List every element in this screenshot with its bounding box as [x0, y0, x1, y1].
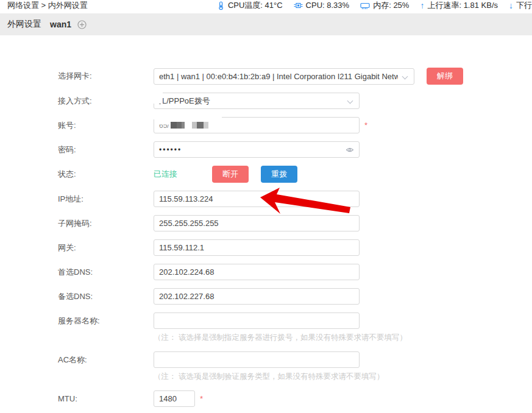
nic-select[interactable]: eth1 | wan1 | 00:e0:b4:1b:2b:a9 | Intel …: [154, 68, 414, 85]
account-row: 账号: 65/ *: [58, 117, 532, 133]
account-label: 账号:: [58, 120, 154, 131]
netmask-input[interactable]: [154, 215, 360, 231]
breadcrumb[interactable]: 网络设置 > 内外网设置: [7, 1, 88, 10]
chevron-down-icon: [347, 98, 353, 104]
thermometer-icon: [217, 1, 225, 10]
cpu-chip-icon: [294, 1, 303, 10]
access-mode-row: 接入方式: L/PPPoE拨号: [58, 93, 532, 109]
unbind-button[interactable]: 解绑: [427, 68, 463, 85]
download-rate-label: 下行: [516, 1, 532, 10]
wan-settings-form: 选择网卡: eth1 | wan1 | 00:e0:b4:1b:2b:a9 | …: [0, 35, 532, 407]
ac-name-input[interactable]: [154, 351, 360, 368]
censor-pixel-block: [192, 122, 197, 129]
dns1-input[interactable]: [154, 264, 360, 280]
chevron-down-icon: [402, 73, 408, 79]
netmask-label: 子网掩码:: [58, 218, 154, 229]
circle-plus-icon[interactable]: [77, 20, 87, 29]
ac-name-row: AC名称:: [58, 351, 532, 368]
dns2-input[interactable]: [154, 288, 360, 305]
mtu-label: MTU:: [58, 394, 154, 403]
nic-label: 选择网卡:: [58, 71, 154, 82]
memory-label: 内存: 25%: [373, 1, 409, 10]
section-title-bar: 外网设置 wan1: [0, 13, 532, 35]
account-input[interactable]: 65/: [154, 117, 360, 133]
cpu-usage-label: CPU: 8.33%: [306, 1, 350, 10]
status-label: 状态:: [58, 169, 154, 180]
required-asterisk: *: [364, 121, 367, 130]
ip-row: IP地址:: [58, 191, 532, 207]
upload-rate-label: 上行速率: 1.81 KB/s: [427, 1, 498, 10]
server-name-note: （注： 该选择是强制指定服务器进行拨号，如果没有特殊要求请不要填写）: [154, 333, 532, 343]
upload-rate-stat: ↑ 上行速率: 1.81 KB/s: [420, 1, 498, 10]
nic-select-value: eth1 | wan1 | 00:e0:b4:1b:2b:a9 | Intel …: [159, 72, 398, 81]
ip-input[interactable]: [154, 191, 360, 207]
censor-white-patch: [153, 91, 163, 104]
dns2-label: 备选DNS:: [58, 291, 154, 302]
redial-button[interactable]: 重拨: [261, 166, 297, 183]
access-mode-label: 接入方式:: [58, 96, 154, 107]
ac-name-label: AC名称:: [58, 355, 154, 365]
download-arrow-icon: ↓: [509, 1, 513, 10]
dns1-row: 首选DNS:: [58, 264, 532, 280]
server-name-row: 服务器名称:: [58, 312, 532, 329]
password-input[interactable]: ••••••: [154, 141, 360, 158]
password-dots: ••••••: [159, 146, 182, 154]
upload-arrow-icon: ↑: [420, 1, 424, 10]
censor-pixel-block: [171, 122, 177, 129]
tab-wan1[interactable]: wan1: [50, 19, 71, 29]
account-partial-text: 65/: [159, 121, 169, 130]
memory-stat: 内存: 25%: [360, 1, 409, 10]
cpu-temp-stat: CPU温度: 41°C: [217, 1, 283, 10]
mtu-row: MTU: *: [58, 390, 532, 407]
page-title: 外网设置: [7, 19, 41, 30]
gateway-label: 网关:: [58, 242, 154, 253]
download-rate-stat: ↓ 下行: [509, 1, 532, 10]
gateway-row: 网关:: [58, 239, 532, 256]
memory-icon: [360, 2, 370, 10]
cpu-temp-label: CPU温度: 41°C: [228, 1, 283, 10]
server-name-input[interactable]: [154, 312, 360, 329]
disconnect-button[interactable]: 断开: [212, 166, 249, 183]
system-stats: CPU温度: 41°C CPU: 8.33% 内存: 25% ↑ 上行速率: 1…: [206, 1, 532, 10]
dns2-row: 备选DNS:: [58, 288, 532, 305]
cpu-usage-stat: CPU: 8.33%: [294, 1, 350, 10]
mtu-input[interactable]: [154, 390, 195, 407]
top-status-bar: 网络设置 > 内外网设置 CPU温度: 41°C CPU: 8.33% 内存: …: [0, 0, 532, 13]
password-label: 密码:: [58, 144, 154, 155]
dns1-label: 首选DNS:: [58, 267, 154, 278]
required-asterisk: *: [200, 394, 203, 403]
password-row: 密码: ••••••: [58, 141, 532, 158]
status-badge: 已连接: [154, 169, 212, 180]
gateway-input[interactable]: [154, 239, 360, 256]
ac-name-note: （注： 该选项是强制验证服务类型，如果没有特殊要求请不要填写）: [154, 372, 532, 382]
censor-pixel-block: [177, 122, 182, 129]
ip-label: IP地址:: [58, 194, 154, 205]
access-mode-value: L/PPPoE拨号: [159, 96, 343, 107]
censor-white-patch: [154, 112, 222, 119]
status-row: 状态: 已连接 断开 重拨: [58, 166, 532, 183]
censor-pixel-block: [204, 122, 208, 129]
access-mode-select[interactable]: L/PPPoE拨号: [154, 93, 360, 109]
eye-icon[interactable]: [346, 146, 354, 154]
server-name-label: 服务器名称:: [58, 316, 154, 327]
censor-pixel-block: [182, 122, 185, 129]
nic-row: 选择网卡: eth1 | wan1 | 00:e0:b4:1b:2b:a9 | …: [58, 68, 532, 85]
censor-pixel-block: [197, 122, 204, 129]
netmask-row: 子网掩码:: [58, 215, 532, 231]
